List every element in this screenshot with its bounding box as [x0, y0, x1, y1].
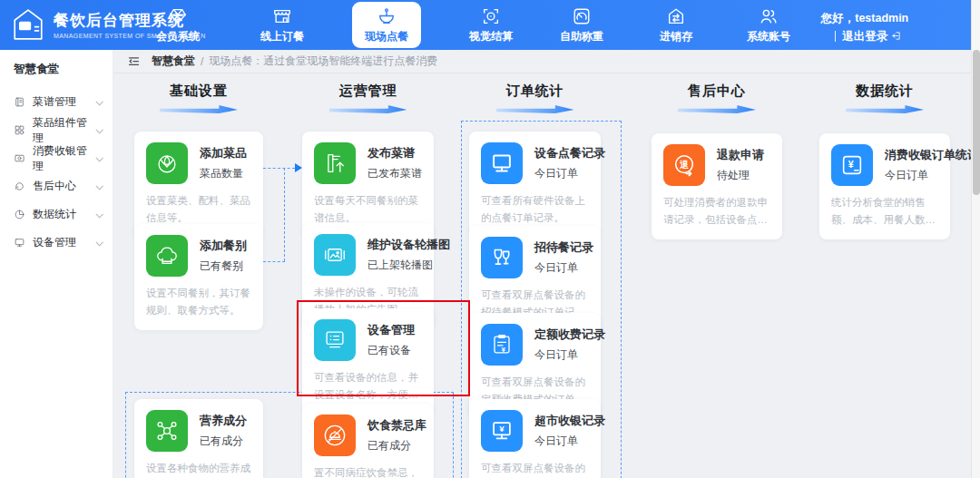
- logout-label: 退出登录: [842, 30, 887, 43]
- publish-menu-icon: [314, 142, 356, 184]
- module-card-1-3[interactable]: 营养成分已有成分设置各种食物的营养成分，【菜品管理】里可添加对应的食物及分...: [134, 399, 263, 478]
- clipboard-yen-icon: ¥: [481, 324, 523, 366]
- aftersale-icon: [14, 180, 25, 192]
- card-stat: 菜品数量: [200, 166, 247, 181]
- user-area: 您好，testadmin退出登录: [817, 9, 913, 45]
- chevron-down-icon: [95, 98, 103, 105]
- nav-item-4[interactable]: 视觉结算: [456, 0, 525, 50]
- column-title: 运营管理: [302, 83, 434, 100]
- card-description: 设置不同餐别，其订餐规则、取餐方式等。: [146, 285, 251, 319]
- card-title: 发布菜谱: [368, 145, 422, 161]
- nav-item-7[interactable]: 系统账号: [734, 0, 803, 50]
- card-title: 维护设备轮播图: [368, 237, 422, 253]
- monitor-yen-icon: ¥: [481, 410, 523, 452]
- chevron-down-icon: [95, 126, 103, 133]
- chevron-down-icon: [95, 239, 103, 246]
- sidebar-item-6[interactable]: 设备管理: [0, 229, 113, 257]
- card-title: 添加餐别: [200, 238, 247, 254]
- warehouse-icon: [666, 6, 686, 26]
- card-stat: 今日订单: [534, 166, 589, 181]
- nav-item-3[interactable]: 现场点餐: [352, 2, 421, 48]
- main-content: 智慧食堂 / 现场点餐：通过食堂现场智能终端进行点餐消费 基础设置添加菜品菜品数…: [113, 50, 971, 478]
- nav-item-6[interactable]: 进销存: [642, 0, 710, 50]
- logo-icon: [11, 7, 45, 42]
- module-card-4-1[interactable]: 退退款申请待处理可处理消费者的退款申请记录，包括设备点餐及云餐厅H5上的订单..…: [652, 133, 782, 239]
- nav-item-5[interactable]: 自助称重: [547, 0, 616, 50]
- module-card-5-1[interactable]: ¥消费收银订单统计今日订单统计分析食堂的销售额、成本、用餐人数、及各菜品销量、餐…: [819, 133, 950, 239]
- card-stat: 今日订单: [885, 168, 938, 183]
- svg-text:¥: ¥: [499, 424, 505, 434]
- column-header-2: 运营管理: [302, 83, 434, 113]
- logout-button[interactable]: 退出登录: [842, 30, 900, 43]
- card-title: 退款申请: [717, 147, 764, 163]
- card-title: 添加菜品: [200, 145, 247, 161]
- column-header-5: 数据统计: [819, 83, 950, 113]
- connector-arrow-icon: [295, 163, 302, 172]
- card-description: 设置各种食物的营养成分，【菜品管理】里可添加对应的食物及分...: [146, 460, 251, 478]
- card-description: 设置菜类、配料、菜品信息等。: [146, 192, 251, 227]
- yen-stats-icon: ¥: [831, 144, 873, 186]
- column-header-3: 订单统计: [469, 83, 601, 113]
- module-card-3-1[interactable]: 设备点餐记录今日订单可查看所有硬件设备上的点餐订单记录。: [469, 132, 601, 238]
- card-title: 招待餐记录: [534, 239, 589, 256]
- top-navbar: 餐饮后台管理系统 MANAGEMENT SYSTEM OF SMART CANT…: [0, 0, 980, 50]
- card-description: 置不同病症饮食禁忌，【菜品管理】里可添加对应的。: [314, 464, 422, 478]
- card-title: 超市收银记录: [534, 413, 589, 429]
- scrollbar-track[interactable]: [971, 0, 980, 478]
- scan-icon: [481, 6, 501, 26]
- components-icon: [14, 124, 25, 136]
- nav-item-1[interactable]: 会员系统: [143, 0, 212, 50]
- glasses-icon: [481, 237, 523, 278]
- column-title: 基础设置: [134, 83, 263, 100]
- module-card-1-2[interactable]: 添加餐别已有餐别设置不同餐别，其订餐规则、取餐方式等。: [134, 224, 263, 330]
- nav-item-2[interactable]: 线上订餐: [248, 0, 317, 50]
- chevron-down-icon: [95, 154, 103, 161]
- module-board: 基础设置添加菜品菜品数量设置菜类、配料、菜品信息等。添加餐别已有餐别设置不同餐别…: [113, 50, 971, 478]
- storefront-icon: [272, 6, 292, 26]
- connector-line: [263, 261, 285, 262]
- menu-book-icon: [14, 96, 25, 108]
- sidebar-item-3[interactable]: 消费收银管理: [0, 144, 113, 172]
- nav-item-label: 会员系统: [156, 29, 200, 44]
- column-header-4: 售后中心: [652, 83, 782, 113]
- module-card-2-4[interactable]: 饮食禁忌库已有成分置不同病症饮食禁忌，【菜品管理】里可添加对应的。: [302, 404, 434, 478]
- module-card-1-1[interactable]: 添加菜品菜品数量设置菜类、配料、菜品信息等。: [134, 132, 263, 238]
- column-title: 订单统计: [469, 83, 601, 100]
- card-title: 饮食禁忌库: [368, 417, 422, 434]
- card-description: 统计分析食堂的销售额、成本、用餐人数、及各菜品销量、餐别等...: [831, 194, 938, 229]
- cashier-icon: [14, 152, 25, 164]
- sidebar-item-1[interactable]: 菜谱管理: [0, 88, 113, 116]
- nav-item-label: 系统账号: [747, 29, 790, 44]
- module-card-3-4[interactable]: ¥超市收银记录今日订单可查看双屏点餐设备的超市收银的订单记录。: [469, 399, 601, 478]
- connector-line: [284, 168, 285, 261]
- module-card-2-3[interactable]: 设备管理已有设备可查看设备的信息，并设置设备名称，方便识别。: [302, 308, 434, 415]
- sidebar-item-2[interactable]: 菜品组件管理: [0, 116, 113, 144]
- svg-text:¥: ¥: [502, 346, 506, 354]
- header-arrow-underline: [329, 105, 407, 113]
- sidebar-item-label: 消费收银管理: [33, 143, 89, 174]
- scale-icon: [572, 6, 592, 26]
- card-stat: 已有成分: [200, 434, 247, 449]
- card-title: 设备点餐记录: [534, 145, 589, 161]
- card-title: 营养成分: [200, 413, 247, 429]
- module-card-2-1[interactable]: 发布菜谱已发布菜谱设置每天不同餐别的菜谱信息。: [302, 132, 434, 238]
- card-stat: 今日订单: [534, 347, 589, 363]
- header-arrow-underline: [160, 105, 238, 113]
- carousel-icon: [314, 234, 356, 276]
- nav-item-label: 线上订餐: [260, 29, 304, 44]
- card-description: 可查看双屏点餐设备的超市收银的订单记录。: [481, 460, 589, 478]
- header-arrow-underline: [496, 105, 574, 113]
- svg-text:¥: ¥: [848, 159, 854, 170]
- users-icon: [759, 6, 779, 26]
- sidebar-menu: 菜谱管理菜品组件管理消费收银管理售后中心数据统计设备管理: [0, 88, 113, 257]
- sidebar-item-5[interactable]: 数据统计: [0, 200, 113, 229]
- card-title: 定额收费记录: [534, 327, 589, 343]
- card-description: 设置每天不同餐别的菜谱信息。: [314, 192, 422, 227]
- sidebar-item-label: 售后中心: [33, 179, 76, 194]
- sidebar-item-label: 菜谱管理: [33, 94, 76, 110]
- user-greeting: 您好，testadmin: [821, 12, 909, 24]
- column-title: 数据统计: [819, 83, 950, 100]
- sidebar-item-4[interactable]: 售后中心: [0, 172, 113, 200]
- card-stat: 已有设备: [368, 343, 415, 358]
- scrollbar-thumb[interactable]: [973, 50, 980, 195]
